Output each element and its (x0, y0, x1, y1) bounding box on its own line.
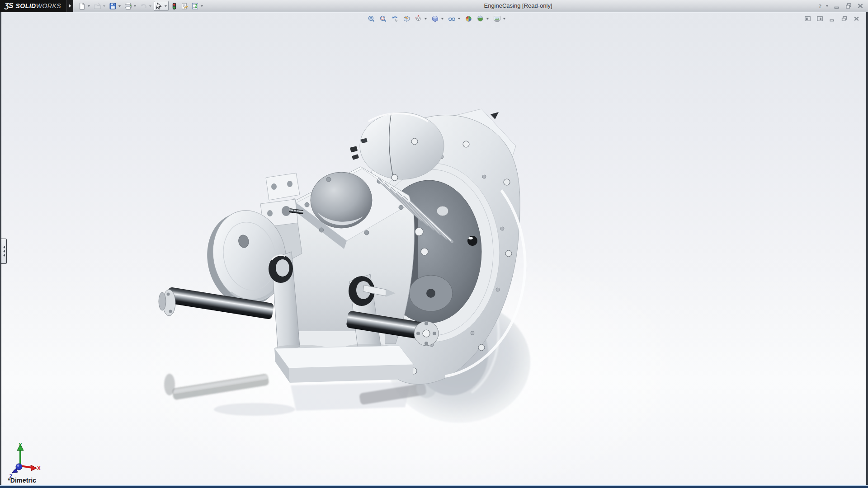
save-button[interactable] (108, 1, 123, 11)
view-settings-dropdown[interactable] (502, 14, 507, 23)
main-toolbar (77, 1, 205, 11)
select-icon (154, 1, 163, 10)
previous-view-icon (390, 14, 400, 23)
apply-scene-icon (476, 14, 485, 23)
undo-button (138, 1, 153, 11)
dassault-logo-mark: ƷS (5, 2, 13, 10)
edit-appearance-button[interactable] (463, 14, 474, 24)
apply-scene-dropdown[interactable] (485, 14, 490, 23)
restore-icon (844, 1, 853, 10)
window-controls: ? (815, 0, 865, 12)
close-button[interactable] (855, 1, 865, 11)
display-style-icon (430, 14, 440, 23)
title-bar: ƷS SOLID WORKS EngineCasing [Read-only] … (0, 0, 868, 12)
doc-minimize-button[interactable] (827, 14, 836, 23)
featuremanager-collapsed-tab[interactable] (1, 239, 7, 264)
restore-button[interactable] (844, 1, 854, 11)
brand-name-works: WORKS (36, 2, 61, 9)
open-document-button (92, 1, 107, 11)
minimize-button[interactable] (832, 1, 842, 11)
new-document-dropdown[interactable] (86, 1, 91, 10)
open-document-icon (93, 1, 102, 10)
help-button[interactable]: ? (815, 1, 830, 11)
options-icon (190, 1, 199, 10)
pane-left-button[interactable] (803, 14, 812, 23)
minimize-icon (832, 1, 841, 10)
base-plate (274, 344, 414, 383)
view-orientation-button[interactable] (413, 14, 429, 24)
engine-casing-model[interactable] (1, 12, 866, 485)
headsup-view-toolbar (366, 14, 507, 24)
undo-dropdown[interactable] (148, 1, 153, 10)
file-properties-button[interactable] (179, 1, 189, 11)
brand-name-solid: SOLID (15, 2, 36, 9)
graphics-viewport[interactable]: Y X Z *Dimetric (0, 12, 868, 485)
x-axis-label: X (37, 465, 41, 471)
solidworks-window: { "app": { "brand_mark": "ƷS", "brand_bo… (0, 0, 868, 488)
view-settings-icon (492, 14, 502, 23)
section-view-button[interactable] (401, 14, 412, 24)
y-axis-label: Y (19, 442, 22, 448)
hide-show-items-dropdown[interactable] (457, 14, 462, 23)
zoom-to-fit-icon (367, 14, 376, 23)
doc-close-button[interactable] (852, 14, 861, 23)
section-view-icon (402, 14, 411, 23)
hide-show-items-icon (447, 14, 457, 23)
chevron-left-icon (3, 250, 5, 253)
save-dropdown[interactable] (117, 1, 122, 10)
pane-right-icon (816, 14, 824, 23)
zoom-to-fit-button[interactable] (366, 14, 377, 24)
document-window-controls (803, 14, 861, 23)
close-icon (856, 1, 865, 10)
view-orientation-dropdown[interactable] (423, 14, 428, 23)
undo-icon (139, 1, 148, 10)
doc-minimize-icon (828, 14, 836, 23)
new-document-button[interactable] (77, 1, 92, 11)
doc-restore-icon (840, 14, 848, 23)
chevron-left-icon (3, 246, 5, 249)
status-bar-edge (0, 485, 868, 488)
hide-show-items-button[interactable] (447, 14, 462, 24)
rebuild-icon (170, 1, 179, 10)
options-dropdown[interactable] (199, 1, 204, 10)
display-style-button[interactable] (430, 14, 445, 24)
options-button[interactable] (190, 1, 205, 11)
reference-triad: Y X Z (6, 441, 41, 479)
new-document-icon (77, 1, 86, 10)
window-title: EngineCasing [Read-only] (484, 0, 552, 12)
select-button[interactable] (154, 1, 169, 11)
print-dropdown[interactable] (132, 1, 137, 10)
help-dropdown[interactable] (825, 1, 830, 10)
display-style-dropdown[interactable] (440, 14, 445, 23)
chevron-left-icon (3, 254, 5, 257)
help-icon: ? (816, 1, 825, 10)
apply-scene-button[interactable] (475, 14, 491, 24)
right-arrow-icon (68, 4, 72, 8)
menu-flyout-arrow[interactable] (66, 0, 73, 12)
select-dropdown[interactable] (163, 1, 168, 10)
pane-right-button[interactable] (815, 14, 824, 23)
save-icon (108, 1, 117, 10)
view-orientation-icon (414, 14, 423, 23)
view-settings-button[interactable] (492, 14, 507, 24)
previous-view-button[interactable] (390, 14, 400, 24)
solidworks-logo: ƷS SOLID WORKS (0, 0, 66, 12)
zoom-to-area-button[interactable] (378, 14, 388, 24)
rebuild-button[interactable] (169, 1, 179, 11)
doc-restore-button[interactable] (840, 14, 849, 23)
svg-text:?: ? (819, 3, 822, 9)
open-document-dropdown[interactable] (102, 1, 107, 10)
file-properties-icon (180, 1, 189, 10)
print-button[interactable] (123, 1, 138, 11)
doc-close-icon (852, 14, 860, 23)
pane-left-icon (803, 14, 811, 23)
print-icon (123, 1, 132, 10)
zoom-to-area-icon (378, 14, 388, 23)
edit-appearance-icon (464, 14, 473, 23)
view-orientation-label: *Dimetric (8, 477, 36, 484)
